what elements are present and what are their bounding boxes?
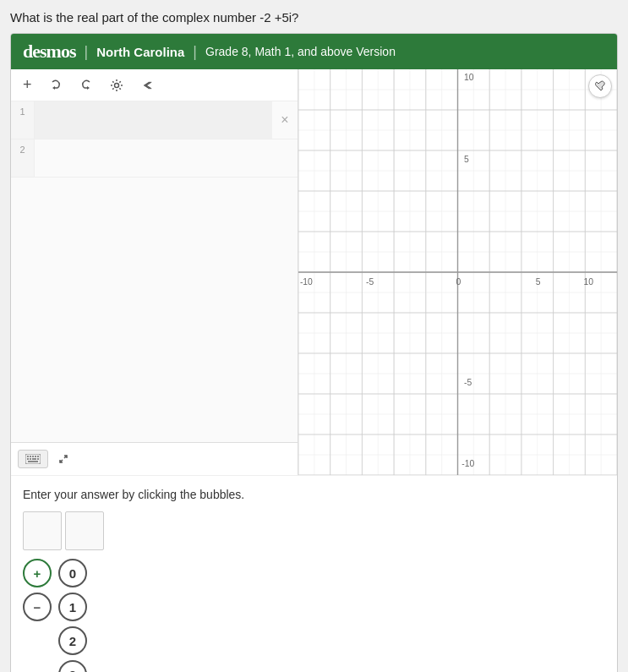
bubble-row-three: 3 [23, 660, 605, 672]
answer-box-2[interactable] [65, 511, 104, 550]
svg-text:-10: -10 [461, 457, 474, 468]
question-text: What is the real part of the complex num… [10, 10, 618, 25]
svg-text:10: 10 [583, 276, 593, 287]
below-content: Enter your answer by clicking the bubble… [11, 475, 617, 672]
bubble-row-two: 2 [23, 626, 605, 655]
svg-text:-5: -5 [366, 276, 374, 287]
collapse-icon [140, 79, 154, 92]
wrench-icon [594, 80, 606, 92]
desmos-header: desmos | North Carolina | Grade 8, Math … [11, 34, 617, 69]
svg-rect-9 [27, 458, 29, 460]
wrench-button[interactable] [588, 74, 612, 98]
expr-input-1[interactable] [35, 101, 272, 139]
svg-marker-0 [52, 86, 55, 90]
bubble-two[interactable]: 2 [58, 626, 87, 655]
instruction-text: Enter your answer by clicking the bubble… [23, 488, 605, 501]
svg-text:5: 5 [464, 153, 469, 164]
header-divider-2: | [193, 43, 197, 61]
settings-icon [110, 79, 123, 92]
expr-number-1: 1 [11, 101, 35, 139]
redo-icon [79, 79, 93, 92]
svg-text:5: 5 [536, 276, 541, 287]
expand-button[interactable] [55, 452, 72, 466]
svg-rect-11 [32, 458, 36, 460]
svg-rect-4 [27, 456, 29, 457]
svg-rect-10 [30, 458, 31, 460]
svg-rect-12 [37, 458, 39, 460]
bubble-row-minus-one: − 1 [23, 593, 605, 621]
svg-point-2 [114, 83, 118, 87]
main-container: desmos | North Carolina | Grade 8, Math … [10, 33, 618, 672]
expression-row-1: 1 × [11, 101, 298, 139]
answer-input-boxes [23, 511, 605, 550]
svg-rect-6 [32, 456, 34, 457]
content-area: + [11, 69, 617, 475]
bubble-row-plus-zero: + 0 [23, 559, 605, 587]
redo-button[interactable] [76, 77, 96, 94]
graph-area: 10 5 -5 -10 -10 -5 0 5 10 [298, 69, 617, 475]
svg-rect-8 [37, 456, 39, 457]
expr-input-2[interactable] [35, 139, 298, 177]
collapse-panel-button[interactable] [137, 77, 157, 94]
svg-rect-5 [30, 456, 31, 457]
undo-icon [49, 79, 63, 92]
svg-text:-5: -5 [464, 376, 472, 387]
left-panel: + [11, 69, 298, 475]
header-grade: Grade 8, Math 1, and above Version [205, 45, 396, 58]
undo-button[interactable] [46, 77, 66, 94]
desmos-logo: desmos [23, 41, 75, 63]
graph-controls [588, 74, 612, 98]
svg-rect-7 [35, 456, 36, 457]
bubble-one[interactable]: 1 [58, 593, 87, 621]
answer-bubbles-area: + 0 − 1 2 3 [23, 511, 605, 672]
svg-rect-13 [28, 461, 38, 462]
header-state: North Carolina [96, 45, 184, 59]
svg-text:-10: -10 [300, 276, 313, 287]
answer-box-1[interactable] [23, 511, 62, 550]
expr-number-2: 2 [11, 139, 35, 177]
bubble-plus[interactable]: + [23, 559, 52, 587]
bubble-zero[interactable]: 0 [58, 559, 87, 587]
add-expression-button[interactable]: + [19, 74, 35, 96]
expand-icon [58, 454, 68, 464]
header-divider-1: | [84, 43, 88, 61]
svg-marker-1 [87, 86, 90, 90]
bubble-minus[interactable]: − [23, 593, 52, 621]
settings-button[interactable] [106, 77, 127, 94]
expression-toolbar: + [11, 69, 298, 101]
keyboard-icon [25, 454, 41, 464]
keyboard-button[interactable] [18, 450, 48, 468]
expr-delete-1[interactable]: × [272, 101, 298, 139]
svg-text:0: 0 [456, 276, 461, 287]
graph-svg: 10 5 -5 -10 -10 -5 0 5 10 [298, 69, 617, 475]
svg-text:10: 10 [464, 71, 474, 82]
expression-row-2: 2 [11, 139, 298, 178]
bottom-toolbar [11, 442, 298, 475]
bubble-three[interactable]: 3 [58, 660, 87, 672]
expression-list: 1 × 2 [11, 101, 298, 442]
